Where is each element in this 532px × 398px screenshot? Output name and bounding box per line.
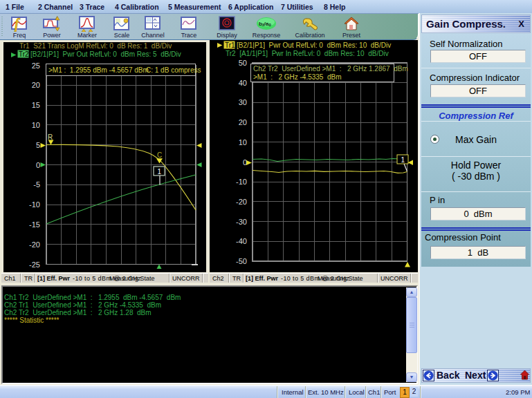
svg-text:1: 1 (401, 156, 405, 164)
svg-text:10: 10 (32, 121, 40, 129)
svg-text:30: 30 (239, 98, 247, 106)
svg-text:Tr2 [A1/1|P1] Pwr In RefLvl:: Tr2 [A1/1|P1] Pwr In RefLvl: 0 dBm Res: … (226, 50, 389, 57)
svg-text:-20: -20 (236, 198, 247, 206)
svg-text:>M1 : 1.2955 dBm -4.5657 dBm: >M1 : 1.2955 dBm -4.5657 dBm (48, 66, 149, 74)
svg-text:15: 15 (32, 101, 40, 109)
svg-text:C: C (157, 151, 162, 159)
svg-text:-50: -50 (236, 257, 247, 265)
svg-text:Tr1 S21 Trans LogM RefLvl: 0: Tr1 S21 Trans LogM RefLvl: 0 dB Res: 1 d… (19, 42, 172, 50)
svg-text:-10: -10 (29, 200, 40, 209)
svg-text:-30: -30 (236, 218, 247, 226)
svg-text:10: 10 (239, 138, 247, 146)
svg-text:bₓ/aₒ: bₓ/aₒ (259, 21, 271, 27)
svg-text:25: 25 (32, 61, 40, 70)
svg-text:20: 20 (32, 81, 40, 89)
svg-text:Ch2 Tr2 UserDefined >M1 :: Ch2 Tr2 UserDefined >M1 : 2 GHz 1.2867 d… (253, 65, 408, 73)
svg-text:Tr1: Tr1 (225, 41, 235, 49)
svg-text:50: 50 (239, 59, 247, 67)
svg-text:-20: -20 (29, 240, 40, 249)
svg-text:R: R (48, 133, 53, 141)
svg-text:-40: -40 (236, 237, 247, 245)
svg-text:20: 20 (239, 118, 247, 126)
svg-text:[B2/1|P1] Pwr Out RefLvl: 0: [B2/1|P1] Pwr Out RefLvl: 0 dBm Res: 5 d… (30, 50, 181, 58)
svg-text:C: 1 dB compress: C: 1 dB compress (146, 66, 201, 74)
svg-text:0: 0 (36, 161, 40, 169)
svg-text:Tr2: Tr2 (19, 50, 29, 58)
svg-text:-15: -15 (29, 220, 40, 229)
svg-text:1: 1 (158, 168, 162, 176)
svg-text:[B2/1|P1] Pwr Out RefLvl: 0: [B2/1|P1] Pwr Out RefLvl: 0 dBm Res: 10 … (237, 41, 391, 49)
svg-text:5: 5 (36, 141, 40, 149)
svg-text:-5: -5 (33, 180, 40, 189)
svg-text:-10: -10 (236, 178, 247, 186)
svg-text:>M1 : 2 GHz -4.5335 dBm: >M1 : 2 GHz -4.5335 dBm (253, 73, 342, 81)
svg-text:40: 40 (239, 79, 247, 87)
svg-text:-25: -25 (29, 260, 40, 269)
